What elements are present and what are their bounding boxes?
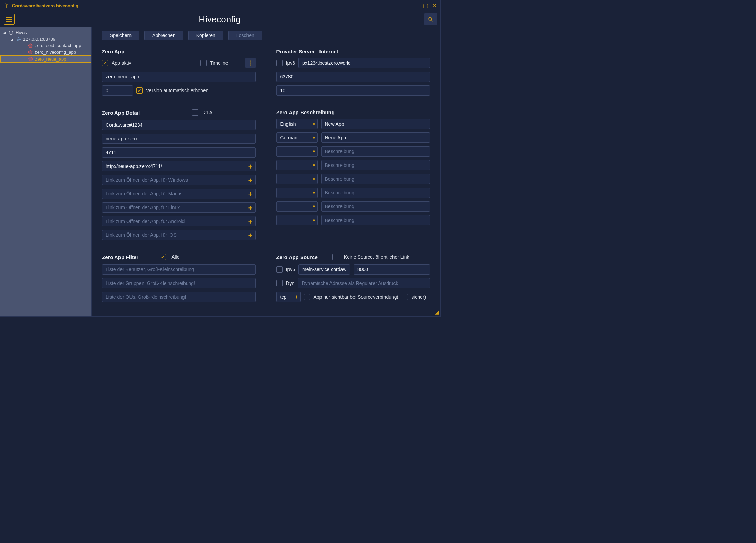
cancel-button[interactable]: Abbrechen	[144, 31, 183, 40]
provider-ipv6-checkbox[interactable]	[276, 60, 283, 66]
desc-input[interactable]	[321, 215, 430, 225]
add-link-button[interactable]: ＋	[247, 189, 254, 199]
add-link-button[interactable]: ＋	[247, 217, 254, 226]
desc-input[interactable]	[321, 146, 430, 157]
more-vertical-icon	[250, 60, 251, 66]
tree-host[interactable]: ◢ 127.0.0.1:63789	[0, 36, 91, 42]
resize-grip[interactable]: ◢	[435, 309, 439, 315]
app-name-input[interactable]	[102, 72, 256, 82]
app-active-label: App aktiv	[112, 60, 132, 66]
cube-icon	[9, 30, 13, 35]
add-link-button[interactable]: ＋	[247, 231, 254, 240]
close-button[interactable]: ✕	[432, 3, 437, 9]
spinner-icon[interactable]: ▲▼	[313, 205, 316, 209]
save-button[interactable]: Speichern	[102, 31, 139, 40]
spinner-icon[interactable]: ▲▼	[313, 177, 316, 181]
lang-select[interactable]	[276, 215, 318, 225]
provider-retries-input[interactable]	[276, 85, 430, 96]
svg-point-0	[429, 17, 432, 20]
menu-button[interactable]	[4, 14, 15, 25]
auto-version-label: Version automatisch erhöhen	[146, 88, 208, 93]
spinner-icon[interactable]: ▲▼	[313, 191, 316, 195]
detail-input-0[interactable]	[102, 120, 256, 130]
app-icon	[28, 50, 33, 55]
page-title: Hiveconfig	[15, 14, 424, 25]
section-title: Zero App Detail	[102, 110, 140, 116]
source-section: Zero App Source Keine Source, öffentlich…	[276, 254, 430, 306]
add-link-button[interactable]: ＋	[247, 175, 254, 185]
svg-line-1	[431, 20, 433, 21]
link-windows-input[interactable]	[102, 175, 256, 185]
lang-select[interactable]	[276, 160, 318, 170]
content: Speichern Abbrechen Kopieren Löschen Zer…	[92, 27, 440, 316]
twofa-checkbox[interactable]	[192, 109, 198, 116]
spinner-icon[interactable]: ▲▼	[313, 219, 316, 222]
section-title: Zero App Source	[276, 254, 318, 260]
more-button[interactable]	[245, 58, 256, 68]
filter-groups-input[interactable]	[102, 278, 256, 288]
lang-select[interactable]	[276, 174, 318, 184]
add-url-button[interactable]: ＋	[247, 162, 254, 171]
filter-all-checkbox[interactable]	[160, 254, 166, 260]
desc-input[interactable]	[321, 160, 430, 170]
maximize-button[interactable]: ▢	[423, 3, 428, 9]
lang-select[interactable]	[276, 146, 318, 157]
detail-input-1[interactable]	[102, 134, 256, 144]
dyn-input[interactable]	[298, 278, 430, 288]
lang-select[interactable]	[276, 188, 318, 198]
app-active-checkbox[interactable]	[102, 60, 108, 66]
detail-input-2[interactable]	[102, 147, 256, 158]
no-source-checkbox[interactable]	[332, 254, 338, 260]
desc-input[interactable]	[321, 188, 430, 198]
auto-version-checkbox[interactable]	[136, 87, 143, 94]
visibility-label: App nur sichtbar bei Sourceverbindung(	[314, 294, 399, 300]
link-linux-input[interactable]	[102, 202, 256, 213]
svg-marker-5	[29, 57, 33, 61]
link-macos-input[interactable]	[102, 189, 256, 199]
filter-users-input[interactable]	[102, 264, 256, 275]
spinner-icon[interactable]: ▲▼	[295, 295, 298, 299]
spinner-icon[interactable]: ▲▼	[313, 136, 316, 140]
no-source-label: Keine Source, öffentlicher Link	[344, 254, 409, 260]
app-icon	[4, 3, 9, 9]
desc-input[interactable]	[321, 174, 430, 184]
spinner-icon[interactable]: ▲▼	[313, 122, 316, 126]
add-link-button[interactable]: ＋	[247, 203, 254, 212]
chevron-down-icon: ◢	[11, 37, 14, 41]
desc-input[interactable]	[321, 132, 430, 143]
tree-label: Hives	[15, 30, 27, 35]
lang-select[interactable]	[276, 201, 318, 212]
dyn-label: Dyn	[286, 280, 295, 286]
tree-app-item[interactable]: zero_hiveconfig_app	[0, 49, 91, 55]
svg-marker-4	[28, 50, 32, 54]
desc-input[interactable]	[321, 119, 430, 129]
source-ipv6-checkbox[interactable]	[276, 266, 283, 273]
source-port-input[interactable]	[354, 264, 430, 275]
link-ios-input[interactable]	[102, 230, 256, 240]
filter-ous-input[interactable]	[102, 292, 256, 302]
minimize-button[interactable]: ─	[415, 3, 419, 9]
desc-input[interactable]	[321, 201, 430, 212]
safe-checkbox[interactable]	[402, 294, 408, 300]
chevron-down-icon: ◢	[3, 31, 7, 34]
tree-app-item-selected[interactable]: zero_neue_app	[0, 55, 91, 63]
copy-button[interactable]: Kopieren	[188, 31, 223, 40]
visibility-checkbox[interactable]	[304, 294, 310, 300]
tree-root-hives[interactable]: ◢ Hives	[0, 29, 91, 36]
main-area: ◢ Hives ◢ 127.0.0.1:63789 zero_coid_cont…	[0, 27, 440, 316]
spinner-icon[interactable]: ▲▼	[313, 163, 316, 167]
provider-port-input[interactable]	[276, 72, 430, 82]
tree-app-item[interactable]: zero_coid_contact_app	[0, 42, 91, 49]
version-input[interactable]	[102, 85, 133, 96]
spinner-icon[interactable]: ▲▼	[313, 150, 316, 153]
lang-select[interactable]	[276, 132, 318, 143]
provider-host-input[interactable]	[298, 58, 430, 68]
dyn-checkbox[interactable]	[276, 280, 283, 286]
source-host-input[interactable]	[298, 264, 350, 275]
timeline-checkbox[interactable]	[200, 60, 207, 66]
section-title: Zero App Beschreibung	[276, 109, 430, 115]
detail-url-input[interactable]	[102, 161, 256, 171]
lang-select[interactable]	[276, 119, 318, 129]
link-android-input[interactable]	[102, 216, 256, 226]
search-button[interactable]	[424, 13, 437, 25]
